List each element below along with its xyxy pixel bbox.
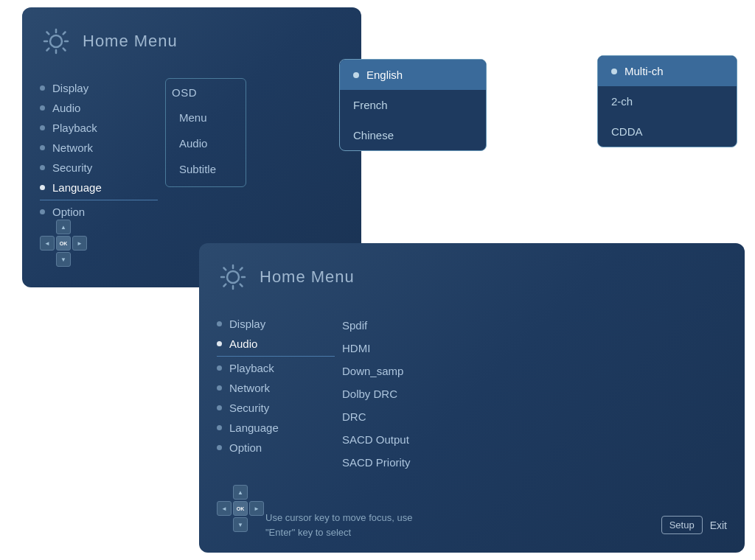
menu-item-security[interactable]: Security <box>40 158 158 178</box>
top-nav-control: ▲ ◄ OK ► ▼ <box>40 220 87 267</box>
audio-option-multich[interactable]: Multi-ch <box>598 56 737 86</box>
bottom-nav-control: ▲ ◄ OK ► ▼ <box>217 485 264 532</box>
bottom-main-menu: Display Audio Playback Network Security … <box>217 314 335 474</box>
b-menu-item-audio[interactable]: Audio <box>217 334 335 357</box>
osd-submenu: OSD Menu Audio Subtitle <box>165 78 246 222</box>
bottom-panel-header: Home Menu <box>217 261 727 293</box>
bullet-security <box>40 165 45 170</box>
lang-dot-english <box>353 72 359 78</box>
gear-icon <box>40 25 72 57</box>
top-panel-header: Home Menu <box>40 25 344 57</box>
osd-panel: OSD Menu Audio Subtitle <box>165 78 246 187</box>
nav-cross-top: ▲ ◄ OK ► ▼ <box>40 220 87 267</box>
lang-option-chinese[interactable]: Chinese <box>340 120 486 150</box>
b-bullet-option <box>217 445 222 450</box>
nav-ok-btn-top[interactable]: OK <box>56 236 71 251</box>
b-menu-item-playback[interactable]: Playback <box>217 358 335 378</box>
osd-menu-item[interactable]: Menu <box>166 105 246 130</box>
nav-up-btn-bottom[interactable]: ▲ <box>233 485 248 500</box>
top-panel-content: Display Audio Playback Network Security … <box>40 78 344 222</box>
menu-item-language[interactable]: Language <box>40 178 158 200</box>
bullet-playback <box>40 125 45 130</box>
b-menu-item-security[interactable]: Security <box>217 398 335 418</box>
b-bullet-security <box>217 405 222 410</box>
nav-down-btn-bottom[interactable]: ▼ <box>233 517 248 532</box>
b-bullet-display <box>217 321 222 326</box>
bottom-panel-title: Home Menu <box>260 267 355 287</box>
b-bullet-playback <box>217 365 222 371</box>
lang-option-french[interactable]: French <box>340 90 486 120</box>
panel-footer: Use cursor key to move focus, use "Enter… <box>265 511 727 539</box>
b-bullet-language <box>217 425 222 430</box>
audio-option-2ch[interactable]: 2-ch <box>598 86 737 116</box>
audio-dropdown: Multi-ch 2-ch CDDA <box>597 55 737 147</box>
exit-text[interactable]: Exit <box>710 519 727 531</box>
bullet-display <box>40 85 45 91</box>
nav-down-btn-top[interactable]: ▼ <box>56 252 71 267</box>
nav-ok-btn-bottom[interactable]: OK <box>233 501 248 516</box>
audio-dot-multich <box>611 69 617 74</box>
top-panel-title: Home Menu <box>83 32 178 51</box>
bullet-language <box>40 185 45 190</box>
nav-left-btn-bottom[interactable]: ◄ <box>217 501 232 516</box>
nav-right-btn-bottom[interactable]: ► <box>249 501 264 516</box>
b-menu-item-option[interactable]: Option <box>217 438 335 458</box>
lang-option-english[interactable]: English <box>340 60 486 90</box>
bullet-option <box>40 209 45 214</box>
spdif-item[interactable]: Spdif <box>342 314 431 337</box>
menu-item-audio[interactable]: Audio <box>40 98 158 118</box>
bullet-audio <box>40 105 45 111</box>
audio-sub-panel: Spdif HDMI Down_samp Dolby DRC DRC SACD … <box>335 314 438 474</box>
dolbydrc-item[interactable]: Dolby DRC <box>342 382 431 405</box>
audio-option-cdda[interactable]: CDDA <box>598 116 737 147</box>
osd-audio-item[interactable]: Audio <box>166 130 246 156</box>
osd-header: OSD <box>166 83 246 105</box>
hint-text: Use cursor key to move focus, use "Enter… <box>265 511 412 539</box>
svg-point-0 <box>50 35 62 47</box>
menu-item-playback[interactable]: Playback <box>40 118 158 138</box>
nav-left-btn-top[interactable]: ◄ <box>40 236 55 251</box>
nav-cross-bottom: ▲ ◄ OK ► ▼ <box>217 485 264 532</box>
menu-item-display[interactable]: Display <box>40 78 158 98</box>
hdmi-item[interactable]: HDMI <box>342 337 431 360</box>
nav-up-btn-top[interactable]: ▲ <box>56 220 71 234</box>
osd-subtitle-item[interactable]: Subtitle <box>166 156 246 182</box>
b-menu-item-display[interactable]: Display <box>217 314 335 334</box>
drc-item[interactable]: DRC <box>342 405 431 428</box>
sacdoutput-item[interactable]: SACD Output <box>342 428 431 451</box>
menu-item-option[interactable]: Option <box>40 202 158 222</box>
language-dropdown: English French Chinese <box>339 59 487 151</box>
bottom-panel-content: Display Audio Playback Network Security … <box>217 314 727 474</box>
top-main-menu: Display Audio Playback Network Security … <box>40 78 158 222</box>
menu-item-network[interactable]: Network <box>40 138 158 158</box>
downsamp-item[interactable]: Down_samp <box>342 360 431 382</box>
sacdpriority-item[interactable]: SACD Priority <box>342 451 431 474</box>
bottom-panel: Home Menu Display Audio Playback Network <box>199 243 745 553</box>
b-bullet-audio <box>217 341 222 346</box>
svg-point-1 <box>227 271 239 283</box>
bullet-network <box>40 145 45 150</box>
setup-button[interactable]: Setup <box>661 516 703 534</box>
b-menu-item-language[interactable]: Language <box>217 418 335 438</box>
gear-icon-bottom <box>217 261 249 293</box>
nav-right-btn-top[interactable]: ► <box>72 236 87 251</box>
footer-buttons: Setup Exit <box>661 516 727 534</box>
b-menu-item-network[interactable]: Network <box>217 378 335 398</box>
b-bullet-network <box>217 385 222 391</box>
